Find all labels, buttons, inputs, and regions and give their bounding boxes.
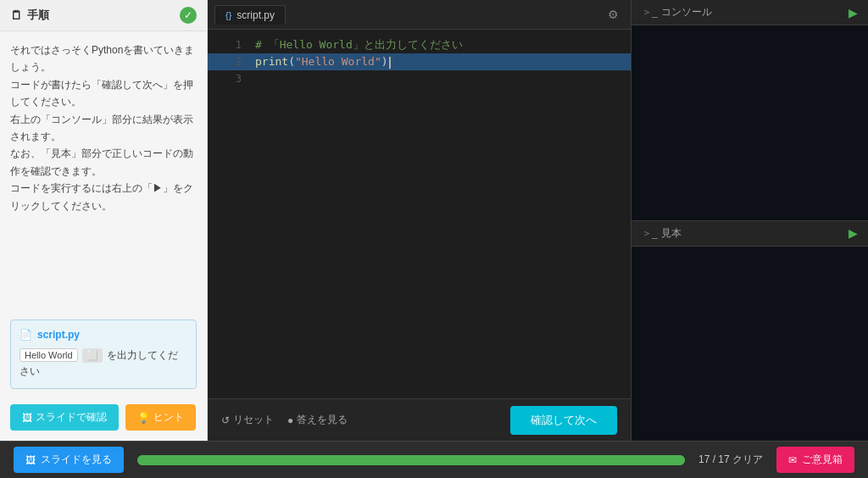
- console-prefix-icon: ＞_: [642, 5, 658, 19]
- slides-icon: 🖼: [25, 454, 36, 466]
- code-line-1: 1 # 「Hello World」と出力してください: [208, 36, 631, 53]
- procedure-title: 手順: [27, 8, 49, 23]
- desc-line-2: コードが書けたら「確認して次へ」を押してください。: [10, 76, 197, 111]
- hint-label: ヒント: [153, 410, 184, 425]
- tab-file-icon: {}: [225, 10, 231, 20]
- hello-world-token: Hello World: [19, 348, 78, 362]
- progress-text: 17 / 17 クリア: [698, 453, 763, 467]
- task-file-icon: 📄: [19, 329, 32, 341]
- reset-button[interactable]: ↺ リセット: [221, 413, 274, 427]
- task-buttons: 🖼 スライドで確認 💡 ヒント: [0, 397, 207, 441]
- confirm-next-label: 確認して次へ: [531, 414, 597, 426]
- answer-button[interactable]: ● 答えを見る: [287, 413, 348, 427]
- left-header-title: 🗒 手順: [10, 8, 49, 23]
- feedback-button[interactable]: ✉ ご意見箱: [776, 447, 854, 473]
- output-icon-token: ⬜: [82, 348, 103, 364]
- feedback-label: ご意見箱: [802, 453, 843, 467]
- desc-line-3: 右上の「コンソール」部分に結果が表示されます。: [10, 111, 197, 146]
- code-area[interactable]: 1 # 「Hello World」と出力してください 2 print("Hell…: [208, 30, 631, 398]
- desc-line-1: それではさっそくPythonを書いていきましょう。: [10, 42, 197, 76]
- sample-title-area: ＞_ 見本: [642, 226, 682, 241]
- sample-section: ＞_ 見本 ▶: [632, 221, 868, 442]
- progress-bar-fill: [137, 455, 685, 465]
- procedure-description: それではさっそくPythonを書いていきましょう。 コードが書けたら「確認して次…: [0, 31, 207, 311]
- confirm-next-button[interactable]: 確認して次へ: [510, 406, 617, 435]
- right-panel: ＞_ コンソール ▶ ＞_ 見本 ▶: [631, 0, 868, 441]
- console-section: ＞_ コンソール ▶: [632, 0, 868, 221]
- task-box: 📄 script.py Hello World ⬜ を出力してください: [10, 320, 197, 389]
- document-icon: 🗒: [10, 8, 22, 22]
- answer-eye-icon: ●: [287, 414, 293, 426]
- line-number-2: 2: [221, 53, 242, 70]
- slide-icon: 🖼: [22, 412, 32, 424]
- settings-button[interactable]: ⚙: [603, 6, 624, 23]
- sample-run-button[interactable]: ▶: [849, 226, 858, 240]
- editor-panel: {} script.py ⚙ 1 # 「Hello World」と出力してくださ…: [208, 0, 631, 441]
- console-header: ＞_ コンソール ▶: [632, 0, 868, 25]
- progress-bar: [137, 455, 685, 465]
- footer-left: ↺ リセット ● 答えを見る: [221, 413, 348, 427]
- task-box-header: 📄 script.py: [19, 329, 187, 341]
- console-body: [632, 25, 868, 220]
- tab-label: script.py: [236, 9, 275, 21]
- editor-footer: ↺ リセット ● 答えを見る 確認して次へ: [208, 398, 631, 441]
- line-number-3: 3: [221, 70, 242, 87]
- sample-run-icon: ▶: [849, 226, 858, 240]
- code-content-1: # 「Hello World」と出力してください: [255, 36, 463, 53]
- code-content-2: print("Hello World"): [255, 53, 391, 70]
- reset-icon: ↺: [221, 414, 230, 426]
- console-run-icon: ▶: [849, 6, 858, 19]
- view-slides-label: スライドを見る: [41, 453, 112, 467]
- feedback-icon: ✉: [788, 454, 797, 466]
- line-number-1: 1: [221, 36, 242, 53]
- console-title-area: ＞_ コンソール: [642, 5, 712, 19]
- console-title: コンソール: [661, 5, 712, 19]
- hint-button[interactable]: 💡 ヒント: [125, 404, 196, 431]
- sample-body: [632, 247, 868, 442]
- bottom-bar: 🖼 スライドを見る 17 / 17 クリア ✉ ご意見箱: [0, 441, 868, 478]
- code-line-2: 2 print("Hello World"): [208, 53, 631, 70]
- sample-header: ＞_ 見本 ▶: [632, 221, 868, 247]
- check-circle-icon: ✓: [180, 7, 197, 24]
- console-run-button[interactable]: ▶: [849, 6, 858, 19]
- task-box-body: Hello World ⬜ を出力してください: [19, 347, 187, 380]
- task-file-label: script.py: [37, 329, 80, 341]
- editor-tab-script[interactable]: {} script.py: [214, 5, 286, 25]
- code-func-print: print: [255, 55, 288, 68]
- left-panel: 🗒 手順 ✓ それではさっそくPythonを書いていきましょう。 コードが書けた…: [0, 0, 208, 441]
- left-header: 🗒 手順 ✓: [0, 0, 207, 31]
- reset-label: リセット: [233, 413, 274, 427]
- text-cursor: [389, 57, 391, 69]
- desc-line-5: コードを実行するには右上の「▶」をクリックしてください。: [10, 180, 197, 214]
- desc-line-4: なお、「見本」部分で正しいコードの動作を確認できます。: [10, 145, 197, 180]
- editor-tab-bar: {} script.py ⚙: [208, 0, 631, 30]
- code-line-3: 3: [208, 70, 631, 87]
- answer-label: 答えを見る: [297, 413, 348, 427]
- view-slides-button[interactable]: 🖼 スライドを見る: [14, 447, 124, 473]
- sample-title: 見本: [661, 226, 682, 241]
- slide-confirm-button[interactable]: 🖼 スライドで確認: [10, 404, 119, 431]
- slide-confirm-label: スライドで確認: [36, 410, 107, 425]
- hint-icon: 💡: [137, 412, 150, 424]
- sample-prefix-icon: ＞_: [642, 226, 658, 241]
